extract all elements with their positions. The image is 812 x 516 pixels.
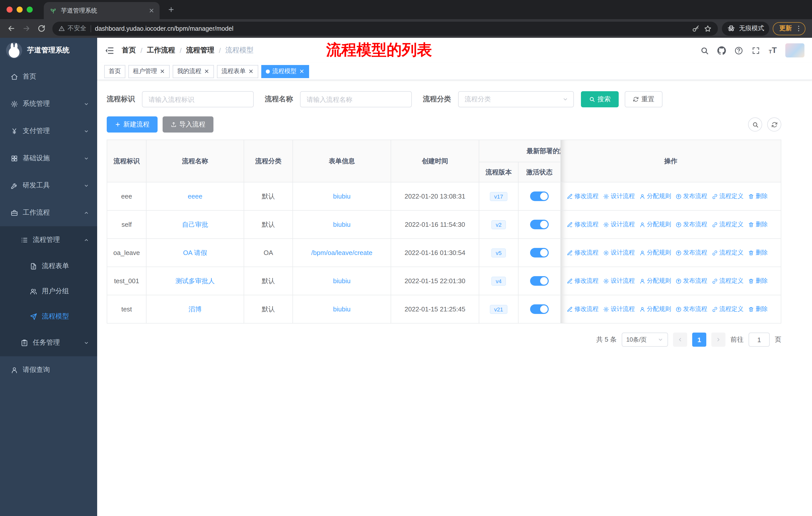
category-select[interactable]: 流程分类 — [458, 91, 574, 107]
process-name-link[interactable]: OA 请假 — [183, 249, 207, 256]
action-publish[interactable]: 发布流程 — [675, 305, 707, 314]
browser-tab[interactable]: 芋道管理系统 — [44, 2, 160, 19]
active-toggle[interactable] — [530, 276, 549, 286]
process-key-input[interactable] — [142, 91, 254, 107]
action-modify[interactable]: 修改流程 — [567, 277, 599, 285]
action-definition[interactable]: 流程定义 — [712, 220, 744, 229]
reload-button[interactable] — [34, 21, 48, 35]
tab-tag[interactable]: 我的流程 — [173, 65, 214, 78]
action-design[interactable]: 设计流程 — [603, 220, 635, 229]
tag-close-icon[interactable] — [299, 69, 304, 74]
action-publish[interactable]: 发布流程 — [675, 277, 707, 285]
kebab-menu-icon[interactable] — [795, 25, 803, 32]
window-minimize-button[interactable] — [17, 6, 23, 12]
page-size-select[interactable]: 10条/页 — [622, 332, 668, 347]
sidebar-item-process-form[interactable]: 流程表单 — [0, 253, 97, 279]
sidebar-item-system-manage[interactable]: 系统管理 — [0, 90, 97, 117]
fullscreen-icon[interactable] — [752, 46, 760, 55]
sidebar-item-home[interactable]: 首页 — [0, 63, 97, 90]
sidebar-item-infrastructure[interactable]: 基础设施 — [0, 145, 97, 172]
forward-button[interactable] — [19, 21, 33, 35]
sidebar-item-task-manage[interactable]: 任务管理 — [0, 329, 97, 356]
sidebar-item-process-model[interactable]: 流程模型 — [0, 304, 97, 329]
page-number-button[interactable]: 1 — [692, 332, 706, 347]
action-design[interactable]: 设计流程 — [603, 248, 635, 257]
search-icon[interactable] — [700, 46, 709, 55]
tag-close-icon[interactable] — [160, 69, 165, 74]
action-delete[interactable]: 删除 — [748, 248, 768, 257]
action-publish[interactable]: 发布流程 — [675, 192, 707, 200]
sidebar-item-user-group[interactable]: 用户分组 — [0, 279, 97, 304]
bookmark-star-icon[interactable] — [704, 24, 712, 32]
sidebar-item-dev-tools[interactable]: 研发工具 — [0, 172, 97, 199]
tab-tag[interactable]: 租户管理 — [128, 65, 170, 78]
process-name-link[interactable]: 滔博 — [188, 305, 202, 313]
active-toggle[interactable] — [530, 304, 549, 314]
window-close-button[interactable] — [6, 6, 12, 12]
prev-page-button[interactable] — [673, 332, 687, 347]
action-modify[interactable]: 修改流程 — [567, 220, 599, 229]
action-definition[interactable]: 流程定义 — [712, 305, 744, 314]
tag-close-icon[interactable] — [248, 69, 254, 74]
sidebar-item-leave-query[interactable]: 请假查询 — [0, 356, 97, 383]
action-modify[interactable]: 修改流程 — [567, 305, 599, 314]
tab-close-icon[interactable] — [148, 7, 154, 13]
tag-close-icon[interactable] — [204, 69, 209, 74]
active-toggle[interactable] — [530, 191, 549, 201]
breadcrumb-item[interactable]: 首页 — [122, 46, 136, 55]
breadcrumb-item[interactable]: 流程管理 — [186, 46, 214, 55]
form-info-link[interactable]: biubiu — [333, 305, 350, 313]
action-assign[interactable]: 分配规则 — [639, 305, 671, 314]
action-assign[interactable]: 分配规则 — [639, 248, 671, 257]
browser-update-button[interactable]: 更新 — [773, 22, 806, 35]
toggle-search-button[interactable] — [748, 117, 762, 132]
tab-tag[interactable]: 流程表单 — [217, 65, 258, 78]
goto-page-input[interactable] — [749, 332, 770, 347]
action-delete[interactable]: 删除 — [748, 277, 768, 285]
password-key-icon[interactable] — [692, 24, 700, 32]
back-button[interactable] — [4, 21, 18, 35]
breadcrumb-item[interactable]: 工作流程 — [147, 46, 175, 55]
app-logo[interactable]: 芋道管理系统 — [0, 38, 97, 63]
action-design[interactable]: 设计流程 — [603, 192, 635, 200]
reset-button[interactable]: 重置 — [625, 91, 663, 107]
tab-tag[interactable]: 流程模型 — [261, 65, 309, 78]
new-tab-button[interactable] — [165, 3, 178, 16]
tab-tag[interactable]: 首页 — [104, 65, 125, 78]
form-info-link[interactable]: /bpm/oa/leave/create — [311, 249, 373, 256]
window-maximize-button[interactable] — [27, 6, 33, 12]
action-definition[interactable]: 流程定义 — [712, 248, 744, 257]
form-info-link[interactable]: biubiu — [333, 277, 350, 285]
form-info-link[interactable]: biubiu — [333, 221, 350, 228]
action-modify[interactable]: 修改流程 — [567, 192, 599, 200]
action-delete[interactable]: 删除 — [748, 192, 768, 200]
action-assign[interactable]: 分配规则 — [639, 220, 671, 229]
font-size-icon[interactable]: TT — [769, 46, 777, 54]
create-process-button[interactable]: 新建流程 — [107, 116, 157, 133]
refresh-table-button[interactable] — [767, 117, 781, 132]
next-page-button[interactable] — [711, 332, 725, 347]
action-delete[interactable]: 删除 — [748, 305, 768, 314]
import-process-button[interactable]: 导入流程 — [163, 116, 213, 133]
help-icon[interactable] — [734, 46, 743, 55]
sidebar-item-process-manage[interactable]: 流程管理 — [0, 226, 97, 253]
process-name-link[interactable]: 测试多审批人 — [175, 277, 215, 284]
search-button[interactable]: 搜索 — [581, 91, 619, 107]
action-assign[interactable]: 分配规则 — [639, 277, 671, 285]
address-bar[interactable]: 不安全 dashboard.yudao.iocoder.cn/bpm/manag… — [52, 21, 718, 35]
sidebar-item-payment-manage[interactable]: 支付管理 — [0, 117, 97, 145]
action-modify[interactable]: 修改流程 — [567, 248, 599, 257]
action-definition[interactable]: 流程定义 — [712, 192, 744, 200]
sidebar-item-workflow[interactable]: 工作流程 — [0, 199, 97, 226]
action-definition[interactable]: 流程定义 — [712, 277, 744, 285]
action-publish[interactable]: 发布流程 — [675, 248, 707, 257]
active-toggle[interactable] — [530, 220, 549, 229]
active-toggle[interactable] — [530, 248, 549, 257]
process-name-link[interactable]: 自己审批 — [182, 220, 208, 228]
process-name-input[interactable] — [300, 91, 412, 107]
action-design[interactable]: 设计流程 — [603, 277, 635, 285]
action-publish[interactable]: 发布流程 — [675, 220, 707, 229]
action-design[interactable]: 设计流程 — [603, 305, 635, 314]
github-icon[interactable] — [717, 46, 726, 55]
hamburger-icon[interactable] — [105, 46, 114, 55]
